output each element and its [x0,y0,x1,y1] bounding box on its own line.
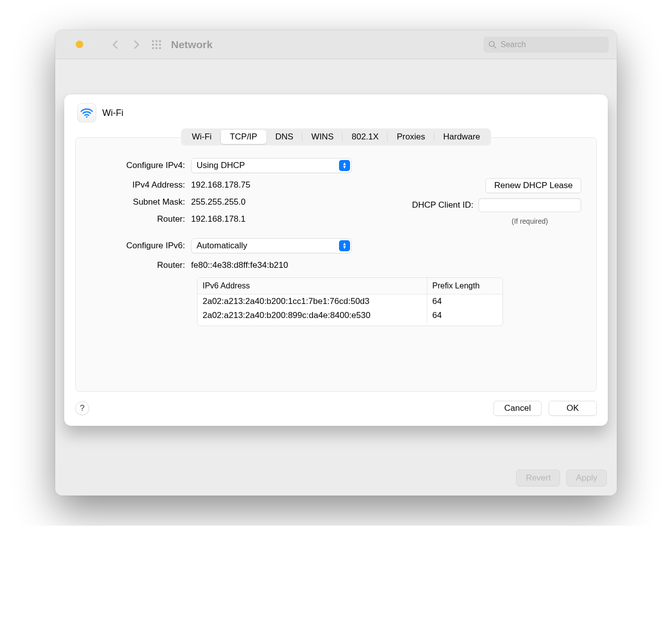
ipv4-address-value: 192.168.178.75 [191,180,250,190]
dhcp-client-id-label: DHCP Client ID: [412,200,474,210]
router-v4-label: Router: [91,214,191,224]
ipv6-prefix-cell: 64 [427,308,502,323]
ipv6-address-cell: 2a02:a213:2a40:b200:1cc1:7be1:76cd:50d3 [198,294,427,308]
router-v4-value: 192.168.178.1 [191,214,246,224]
search-placeholder: Search [500,40,526,49]
window-traffic-lights [63,41,96,48]
zoom-window-button[interactable] [88,41,96,48]
window-title: Network [171,39,213,51]
revert-button[interactable]: Revert [516,469,560,487]
configure-ipv4-popup[interactable]: Using DHCP ▲▼ [191,158,352,173]
ok-button[interactable]: OK [549,401,597,416]
show-all-preferences-icon[interactable] [152,40,161,49]
tab-proxies[interactable]: Proxies [388,130,434,144]
search-icon [488,41,496,49]
minimize-window-button[interactable] [76,41,83,48]
svg-line-1 [494,46,496,48]
router-v6-label: Router: [91,260,191,270]
ipv6-address-table: IPv6 Address Prefix Length 2a02:a213:2a4… [197,277,503,326]
window-body: Revert Apply Wi-Fi Wi-Fi TC [55,59,617,496]
router-v6-value: fe80::4e38:d8ff:fe34:b210 [191,260,288,270]
window-toolbar: Network Search [55,30,617,59]
help-button[interactable]: ? [75,401,89,415]
tcpip-pane: Configure IPv4: Using DHCP ▲▼ IPv4 Addre… [75,137,597,392]
tab-wins[interactable]: WINS [302,130,343,144]
renew-dhcp-lease-button[interactable]: Renew DHCP Lease [485,178,581,193]
configure-ipv6-popup[interactable]: Automatically ▲▼ [191,238,352,253]
configure-ipv6-label: Configure IPv6: [91,241,191,251]
configure-ipv6-value: Automatically [197,241,247,251]
close-window-button[interactable] [63,41,71,48]
ipv6-header-prefix[interactable]: Prefix Length [427,278,502,294]
search-field[interactable]: Search [483,37,609,53]
dhcp-client-id-hint: (If required) [478,217,581,225]
chevron-right-icon [132,40,140,50]
tab-dns[interactable]: DNS [266,130,302,144]
dhcp-client-id-field[interactable] [478,198,581,212]
tab-tcpip[interactable]: TCP/IP [221,130,266,144]
svg-point-2 [86,116,87,117]
ipv6-prefix-cell: 64 [427,294,502,308]
configure-ipv4-label: Configure IPv4: [91,161,191,171]
tab-8021x[interactable]: 802.1X [343,130,388,144]
sheet-title: Wi-Fi [102,108,123,118]
subnet-mask-value: 255.255.255.0 [191,197,246,207]
apply-button[interactable]: Apply [566,469,607,487]
ipv4-address-label: IPv4 Address: [91,180,191,190]
back-button[interactable] [107,36,124,53]
tab-hardware[interactable]: Hardware [434,130,489,144]
tab-bar: Wi-Fi TCP/IP DNS WINS 802.1X Proxies Har… [181,128,490,145]
wifi-advanced-sheet: Wi-Fi Wi-Fi TCP/IP DNS WINS 802.1X Proxi… [64,94,608,426]
table-row[interactable]: 2a02:a213:2a40:b200:1cc1:7be1:76cd:50d3 … [198,294,502,308]
tab-wifi[interactable]: Wi-Fi [183,130,221,144]
ipv6-address-cell: 2a02:a213:2a40:b200:899c:da4e:8400:e530 [198,308,427,323]
popup-arrows-icon: ▲▼ [339,240,350,251]
table-row[interactable]: 2a02:a213:2a40:b200:899c:da4e:8400:e530 … [198,308,502,326]
ipv6-header-address[interactable]: IPv6 Address [198,278,427,294]
subnet-mask-label: Subnet Mask: [91,197,191,207]
cancel-button[interactable]: Cancel [493,401,542,416]
wifi-icon [77,103,96,122]
chevron-left-icon [111,40,119,50]
forward-button[interactable] [128,36,145,53]
popup-arrows-icon: ▲▼ [339,160,350,171]
configure-ipv4-value: Using DHCP [197,161,245,171]
system-preferences-window: Network Search Revert Apply Wi [55,30,617,496]
